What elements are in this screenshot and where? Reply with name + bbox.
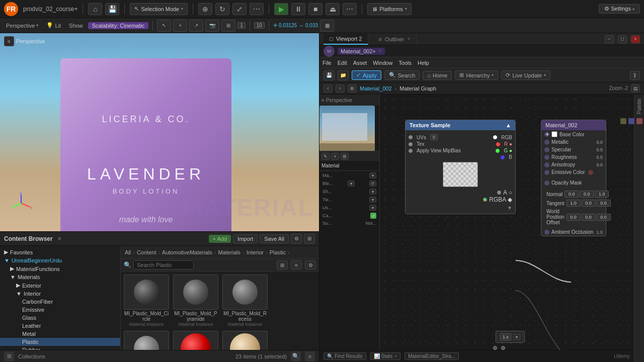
- connection-node[interactable]: 1.x ▾: [496, 331, 525, 343]
- save-mat-icon[interactable]: 💾: [324, 70, 335, 80]
- scale-tool-icon[interactable]: ↗: [189, 20, 203, 32]
- opacity-pin-icon[interactable]: [544, 180, 549, 186]
- search-input[interactable]: [133, 260, 194, 269]
- texture-sample-node[interactable]: Texture Sample ▲ UVs 0 RGB: [405, 120, 516, 214]
- camera-icon[interactable]: 📷: [205, 20, 219, 32]
- a-output-pin[interactable]: [497, 191, 501, 195]
- settings-button[interactable]: ⚙ Settings ▾: [599, 4, 640, 14]
- browse-mat-icon[interactable]: 📁: [338, 70, 349, 80]
- live-update-button[interactable]: ⟳ Live Update ▾: [501, 70, 550, 80]
- mat-col-refresh-icon[interactable]: ↺: [369, 180, 376, 187]
- material-window-close-icon[interactable]: ×: [379, 48, 382, 54]
- emissive-item[interactable]: Emissive: [0, 306, 120, 314]
- list-item[interactable]: MI_Plastic_Polyvinyl Material Instance: [222, 331, 268, 350]
- grid-icon[interactable]: ⊞: [221, 20, 235, 32]
- favorites-item[interactable]: ▶ Favorites: [0, 248, 120, 256]
- node-canvas[interactable]: Texture Sample ▲ UVs 0 RGB: [380, 95, 634, 350]
- roughness-pin-icon[interactable]: [544, 155, 549, 160]
- list-item[interactable]: MI_Plastic_Mold_Recess Material Instance: [222, 275, 268, 327]
- grid-view-btn[interactable]: ⊞: [277, 260, 288, 269]
- layout-icon[interactable]: ▦: [320, 20, 334, 32]
- list-view-btn[interactable]: ≡: [291, 260, 302, 269]
- rgb-output-pin[interactable]: [493, 135, 497, 139]
- breadcrumb-plastic[interactable]: Plastic: [270, 249, 286, 255]
- platforms-button[interactable]: 🖥 Platforms ▾: [367, 3, 411, 15]
- search-button[interactable]: 🔍 Search: [384, 70, 420, 80]
- maximize-icon[interactable]: □: [618, 35, 627, 43]
- stats-close-icon[interactable]: ×: [394, 353, 397, 359]
- mat-col-chevron-2[interactable]: ▾: [348, 180, 355, 187]
- lit-button[interactable]: 💡 Lit: [43, 21, 64, 30]
- metal-item[interactable]: Metal: [0, 330, 120, 338]
- grid-nav-icon[interactable]: ⊞: [348, 84, 357, 93]
- uvs-input-pin[interactable]: [409, 135, 413, 139]
- mip-input-pin[interactable]: [409, 149, 413, 153]
- list-view-icon[interactable]: ⊞: [304, 234, 315, 244]
- pause-button[interactable]: ⏸: [291, 3, 305, 15]
- mini-menu-icon[interactable]: ≡: [321, 98, 325, 103]
- minimize-icon[interactable]: −: [605, 35, 614, 43]
- mat-col-chevron-4[interactable]: ▾: [369, 197, 376, 203]
- file-menu-tools[interactable]: Tools: [398, 60, 412, 66]
- settings-content-icon[interactable]: ⚙: [291, 234, 302, 244]
- file-menu-help[interactable]: Help: [418, 60, 429, 66]
- carbonfiber-item[interactable]: CarbonFiber: [0, 298, 120, 306]
- add-button[interactable]: + Add: [209, 235, 231, 243]
- play-button[interactable]: ▶: [274, 3, 288, 15]
- selection-mode-button[interactable]: ↖ Selection Mode ▾: [130, 3, 188, 15]
- glass-item[interactable]: Glass: [0, 314, 120, 322]
- material-functions-item[interactable]: ▶ MaterialFunctions: [0, 264, 120, 273]
- expand-icon[interactable]: ⟫: [630, 71, 640, 80]
- specular-pin-icon[interactable]: [544, 147, 549, 152]
- emissive-pin-icon[interactable]: [544, 170, 549, 175]
- viewport[interactable]: LICERIA & CO. LAVENDER BODY LOTION made …: [0, 33, 319, 231]
- file-menu-edit[interactable]: Edit: [338, 60, 347, 66]
- import-button[interactable]: Import: [233, 234, 258, 243]
- expand-texture-icon[interactable]: ▼: [507, 205, 512, 211]
- more-play-btn[interactable]: ⋯: [343, 3, 357, 15]
- materials-item[interactable]: ▼ Materials: [0, 273, 120, 281]
- leather-item[interactable]: Leather: [0, 322, 120, 330]
- rgba-output-pin[interactable]: [483, 198, 487, 202]
- exterior-item[interactable]: ▶ Exterior: [0, 281, 120, 290]
- stop-button[interactable]: ■: [308, 3, 323, 15]
- breadcrumb-all[interactable]: All: [125, 249, 131, 255]
- plastic-item[interactable]: Plastic: [0, 338, 120, 346]
- mat-col-chevron-1[interactable]: ▾: [369, 172, 376, 178]
- outliner-tab[interactable]: ≡ Outliner ×: [372, 34, 417, 44]
- close-icon[interactable]: ×: [631, 35, 640, 43]
- list-item[interactable]: MI_Plastic_Mold_Circle Material Instance: [124, 275, 169, 327]
- interior-item[interactable]: ▼ Interior: [0, 290, 120, 298]
- mini-close-icon[interactable]: ×: [331, 153, 339, 160]
- more-tools-btn[interactable]: ⋯: [250, 3, 264, 15]
- base-color-swatch[interactable]: [551, 131, 557, 137]
- home-button-mat[interactable]: ⌂ Home: [423, 71, 452, 80]
- save-all-button[interactable]: Save All: [260, 234, 289, 243]
- rotate-tool-icon[interactable]: +: [173, 20, 187, 32]
- viewport2-tab[interactable]: □ Viewport 2: [324, 34, 368, 45]
- stats-button[interactable]: 📊 Stats ×: [370, 352, 401, 360]
- show-button[interactable]: Show: [66, 22, 86, 30]
- breadcrumb-material-002[interactable]: Material_002: [360, 85, 392, 92]
- file-menu-file[interactable]: File: [323, 60, 332, 66]
- anisotropy-pin-icon[interactable]: [544, 162, 549, 167]
- material-editor-status-button[interactable]: MaterialEditor_Stra...: [405, 352, 459, 360]
- breadcrumb-materials[interactable]: Materials: [218, 249, 240, 255]
- metallic-pin-icon[interactable]: [544, 140, 549, 145]
- viewport-menu-icon[interactable]: ≡: [4, 36, 14, 46]
- mini-tool-3[interactable]: ⊞: [341, 153, 349, 160]
- outliner-tab-close-icon[interactable]: ×: [407, 36, 410, 42]
- unreal-beginner-item[interactable]: ▼ UnrealBeginnerUrdu: [0, 256, 120, 264]
- file-menu-asset[interactable]: Asset: [353, 60, 367, 66]
- list-item[interactable]: MI_Plastic_Polyp... Material: [124, 331, 169, 350]
- hierarchy-button[interactable]: ⊞ Hierarchy ▾: [455, 70, 498, 80]
- search-icon-footer[interactable]: 🔍: [291, 351, 301, 361]
- content-browser-close-icon[interactable]: ×: [58, 235, 61, 242]
- list-item[interactable]: MI_Plastic_Polyvinyl_Carbonate Material …: [173, 331, 218, 350]
- home-icon-btn[interactable]: ⌂: [88, 3, 102, 15]
- palette-toggle-icon[interactable]: ▤: [631, 84, 640, 93]
- collections-icon[interactable]: ⊞: [4, 351, 14, 361]
- r-output-pin[interactable]: [496, 142, 500, 146]
- file-menu-window[interactable]: Window: [373, 60, 392, 66]
- texture-collapse-icon[interactable]: ▲: [506, 122, 511, 128]
